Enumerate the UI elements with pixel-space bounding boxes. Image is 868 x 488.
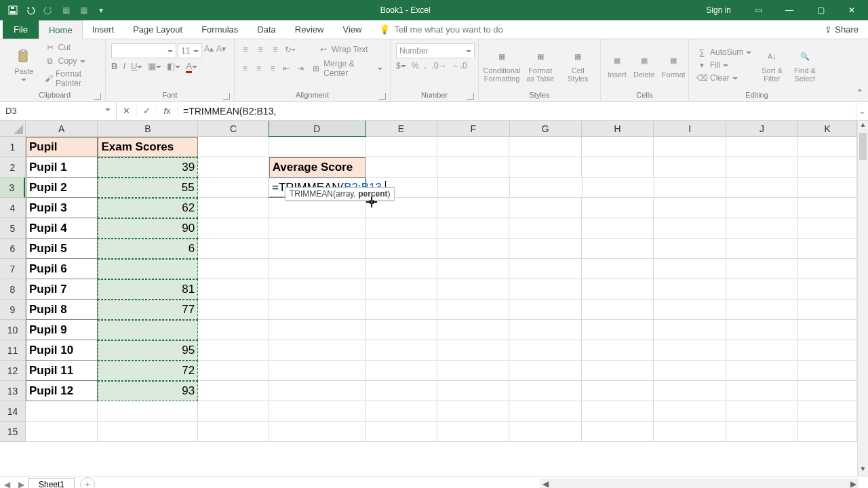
- number-format-combo[interactable]: Number: [396, 43, 475, 58]
- align-left-icon[interactable]: ≡: [240, 63, 250, 74]
- cell[interactable]: [437, 361, 509, 381]
- cell[interactable]: [366, 320, 437, 340]
- cell[interactable]: [654, 381, 726, 401]
- increase-decimal-icon[interactable]: .0→: [432, 61, 447, 70]
- cell[interactable]: [509, 340, 581, 361]
- cell[interactable]: [98, 422, 198, 442]
- cell[interactable]: [98, 259, 198, 279]
- cut-button[interactable]: ✂Cut: [43, 41, 100, 54]
- row-header[interactable]: 4: [0, 198, 25, 218]
- cell[interactable]: [798, 320, 857, 340]
- scroll-right-icon[interactable]: ▶: [848, 479, 859, 488]
- cell[interactable]: [26, 422, 98, 442]
- cell[interactable]: [366, 279, 437, 300]
- cell[interactable]: [509, 320, 581, 340]
- indent-decrease-icon[interactable]: ⇤: [281, 63, 291, 74]
- cell[interactable]: [26, 401, 98, 422]
- cell[interactable]: [798, 340, 857, 361]
- formula-input[interactable]: =TRIMMEAN(B2:B13,: [178, 102, 856, 120]
- cell[interactable]: [198, 137, 269, 157]
- cell[interactable]: [726, 279, 798, 300]
- row-header[interactable]: 7: [0, 259, 25, 279]
- cell[interactable]: Pupil 8: [26, 300, 98, 320]
- format-as-table-button[interactable]: ▦Format as Table: [524, 46, 557, 84]
- border-button[interactable]: ▦: [148, 61, 161, 71]
- cell[interactable]: [654, 259, 726, 279]
- italic-button[interactable]: I: [123, 61, 125, 71]
- cell[interactable]: Pupil 10: [26, 340, 98, 361]
- align-bottom-icon[interactable]: ≡: [270, 44, 281, 55]
- cell[interactable]: [726, 218, 798, 239]
- cell[interactable]: [582, 279, 654, 300]
- select-all-corner[interactable]: [0, 121, 26, 137]
- cell[interactable]: [437, 340, 509, 361]
- tab-view[interactable]: View: [333, 20, 371, 39]
- cell[interactable]: [654, 300, 726, 320]
- row-header[interactable]: 12: [0, 361, 25, 381]
- tab-review[interactable]: Review: [285, 20, 334, 39]
- cell[interactable]: Pupil 7: [26, 279, 98, 300]
- sheet-nav-prev-icon[interactable]: ◀: [0, 480, 14, 489]
- cell[interactable]: [798, 422, 857, 442]
- cell[interactable]: [437, 320, 509, 340]
- row-header[interactable]: 9: [0, 300, 25, 320]
- increase-font-icon[interactable]: A▴: [203, 43, 214, 54]
- cell[interactable]: [654, 320, 726, 340]
- cell[interactable]: [798, 239, 857, 259]
- cell[interactable]: [269, 401, 366, 422]
- cell[interactable]: [198, 300, 269, 320]
- wrap-text-button[interactable]: ↩Wrap Text: [316, 43, 370, 56]
- row-header[interactable]: 15: [0, 422, 25, 442]
- cell[interactable]: [269, 279, 366, 300]
- ribbon-display-icon[interactable]: ▭: [745, 0, 772, 20]
- cell[interactable]: [509, 422, 581, 442]
- cell[interactable]: [726, 361, 798, 381]
- cell[interactable]: [198, 361, 269, 381]
- enter-formula-button[interactable]: ✓: [137, 106, 157, 116]
- cell[interactable]: [198, 218, 269, 239]
- cell[interactable]: [366, 239, 437, 259]
- row-header[interactable]: 8: [0, 279, 25, 300]
- font-color-button[interactable]: A: [186, 61, 197, 71]
- accounting-button[interactable]: $: [396, 61, 406, 70]
- cell[interactable]: [198, 279, 269, 300]
- cell[interactable]: [654, 178, 726, 198]
- cell[interactable]: 95: [98, 340, 198, 361]
- cell[interactable]: [582, 340, 654, 361]
- column-header[interactable]: G: [510, 121, 582, 136]
- cell[interactable]: [437, 198, 509, 218]
- cell[interactable]: [582, 239, 654, 259]
- cell[interactable]: [509, 259, 581, 279]
- cell[interactable]: [198, 340, 269, 361]
- merge-center-button[interactable]: ⊞Merge & Center: [309, 58, 384, 79]
- cell[interactable]: [726, 422, 798, 442]
- cell[interactable]: [437, 259, 509, 279]
- new-sheet-button[interactable]: ＋: [80, 477, 95, 489]
- cell[interactable]: [798, 137, 857, 157]
- qat-extra2-icon[interactable]: ▦: [76, 3, 91, 18]
- orientation-icon[interactable]: ↻: [285, 44, 296, 55]
- row-header[interactable]: 2: [0, 157, 25, 178]
- cell[interactable]: [198, 381, 269, 401]
- cell[interactable]: [437, 157, 509, 178]
- cell[interactable]: [726, 137, 798, 157]
- cell[interactable]: Pupil 3: [26, 198, 98, 218]
- column-header[interactable]: I: [654, 121, 726, 136]
- scroll-thumb[interactable]: [859, 133, 867, 160]
- horizontal-scrollbar[interactable]: ◀ ▶: [540, 479, 859, 488]
- tab-file[interactable]: File: [3, 20, 39, 39]
- cell[interactable]: [798, 401, 857, 422]
- cell[interactable]: [654, 279, 726, 300]
- cell[interactable]: Pupil 9: [26, 320, 98, 340]
- cell[interactable]: [269, 218, 366, 239]
- clear-button[interactable]: ⌫Clear: [694, 72, 753, 84]
- cell[interactable]: [798, 178, 857, 198]
- dialog-launcher-icon[interactable]: [379, 93, 386, 100]
- insert-cells-button[interactable]: ▦Insert: [606, 50, 628, 80]
- cell[interactable]: [654, 239, 726, 259]
- autosum-button[interactable]: ∑AutoSum: [694, 46, 753, 58]
- cell[interactable]: Average Score: [269, 157, 366, 178]
- cell[interactable]: [582, 157, 654, 178]
- align-right-icon[interactable]: ≡: [268, 63, 277, 74]
- conditional-formatting-button[interactable]: ▦Conditional Formatting: [484, 46, 519, 84]
